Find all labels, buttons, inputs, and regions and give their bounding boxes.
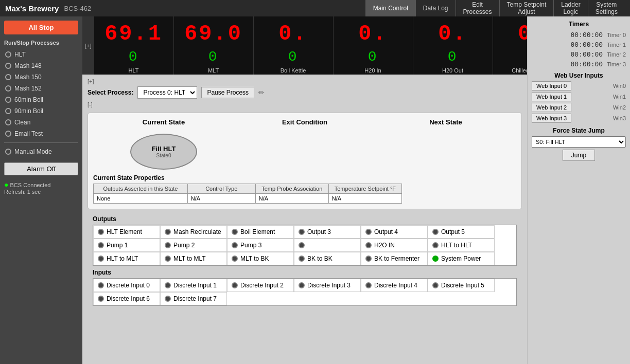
tab-system-settings[interactable]: SystemSettings <box>588 0 625 16</box>
input-4-indicator <box>365 282 372 288</box>
model-label: BCS-462 <box>64 5 365 12</box>
sidebar-item-mash152[interactable]: Mash 152 <box>4 83 78 94</box>
output-hlt-to-mlt: HLT to MLT <box>93 252 160 265</box>
output-system-power: System Power <box>428 252 495 265</box>
header: Max's Brewery BCS-462 Main Control Data … <box>0 0 630 16</box>
select-process-label: Select Process: <box>87 89 133 96</box>
sidebar-item-email-test[interactable]: Email Test <box>4 128 78 139</box>
state-body: Fill HLT State0 <box>93 131 516 172</box>
prop-col2-value: N/A <box>187 194 255 204</box>
properties-table: Outputs Asserted in this State Control T… <box>93 184 402 204</box>
all-stop-button[interactable]: All Stop <box>4 21 78 34</box>
output-empty <box>294 239 361 252</box>
output-empty-indicator <box>299 242 305 248</box>
tab-main-control[interactable]: Main Control <box>365 0 415 16</box>
gauge-mlt-value: 69.0 <box>184 20 242 48</box>
web-input-0-button[interactable]: Web Input 0 <box>532 81 571 90</box>
output-boil-element: Boil Element <box>227 225 294 239</box>
state-diagram: Current State Exit Condition Next State … <box>87 113 522 209</box>
web-input-3-button[interactable]: Web Input 3 <box>532 114 571 123</box>
gauge-chilled-value: 0. <box>518 20 527 48</box>
output-h2o-in-indicator <box>365 242 372 248</box>
gauge-mlt-sub: 0 <box>208 48 219 66</box>
input-1: Discrete Input 1 <box>160 279 227 292</box>
input-2: Discrete Input 2 <box>227 279 294 292</box>
bcs-connected-dot: ● <box>4 180 8 189</box>
input-6-indicator <box>98 296 104 302</box>
prop-col3-header: Temp Probe Association <box>255 184 328 194</box>
prop-col2-header: Control Type <box>187 184 255 194</box>
force-state-title: Force State Jump <box>532 127 626 134</box>
sidebar-item-mash150[interactable]: Mash 150 <box>4 71 78 83</box>
tab-data-log[interactable]: Data Log <box>415 0 456 16</box>
timer-0-value: 00:00:00 <box>571 31 603 39</box>
sidebar-item-clean[interactable]: Clean <box>4 117 78 128</box>
output-5-indicator <box>432 229 439 235</box>
radio-mash150 <box>5 74 11 80</box>
tab-ladder-logic[interactable]: LadderLogic <box>553 0 587 16</box>
sidebar-item-hlt[interactable]: HLT <box>4 49 78 60</box>
timer-3-value: 00:00:00 <box>571 60 603 68</box>
pause-process-button[interactable]: Pause Process <box>201 87 254 98</box>
tab-temp-setpoint[interactable]: Temp SetpointAdjust <box>499 0 554 16</box>
web-input-3-row: Web Input 3 Win3 <box>532 114 626 123</box>
sidebar-divider <box>4 142 78 143</box>
input-7: Discrete Input 7 <box>160 292 227 305</box>
input-2-indicator <box>232 282 238 288</box>
gauge-boil-values: 0. 0 <box>278 20 307 66</box>
gauge-expand-btn2[interactable]: [+] <box>87 78 94 86</box>
gauge-chilled-label: Chilled Wort Out <box>512 67 527 74</box>
gauge-boil-kettle: 0. 0 Boil Kettle <box>254 16 334 75</box>
web-input-2-label: Win2 <box>613 104 626 111</box>
gauge-h20in-values: 0. 0 <box>358 20 387 66</box>
alarm-off-button[interactable]: Alarm Off <box>4 162 78 175</box>
web-input-1-button[interactable]: Web Input 1 <box>532 92 571 101</box>
gauge-h20out-values: 0. 0 <box>438 20 467 66</box>
radio-hlt <box>5 51 11 58</box>
process-select[interactable]: Process 0: HLT <box>137 86 197 99</box>
web-input-2-button[interactable]: Web Input 2 <box>532 103 571 112</box>
timer-1-label: Timer 1 <box>607 42 626 48</box>
web-input-2-row: Web Input 2 Win2 <box>532 103 626 112</box>
timers-title: Timers <box>532 21 626 28</box>
gauge-h20in: 0. 0 H20 In <box>334 16 413 75</box>
next-state-header: Next State <box>375 118 516 126</box>
output-mash-recirc-indicator <box>165 229 171 235</box>
gauges-expand-btn[interactable]: [+] <box>82 16 94 75</box>
collapse-btn[interactable]: [-] <box>87 101 93 110</box>
sidebar-item-manual-mode[interactable]: Manual Mode <box>4 146 78 157</box>
gauge-mlt-values: 69.0 0 <box>184 20 242 66</box>
gauge-hlt-sub: 0 <box>129 48 139 66</box>
sidebar-item-60min-boil[interactable]: 60min Boil <box>4 94 78 105</box>
sidebar-item-mash148[interactable]: Mash 148 <box>4 60 78 71</box>
process-section: [+] Select Process: Process 0: HLT Pause… <box>82 75 527 315</box>
sidebar-item-90min-boil[interactable]: 90min Boil <box>4 105 78 117</box>
gauges-container: 69.1 0 HLT 69.0 0 MLT 0. 0 <box>94 16 527 75</box>
output-mlt-bk-indicator <box>232 256 238 262</box>
force-state-select[interactable]: S0: Fill HLT <box>532 136 626 148</box>
prop-col4-header: Temperature Setpoint °F <box>328 184 401 194</box>
brand-title: Max's Brewery <box>5 4 59 13</box>
inputs-grid: Discrete Input 0 Discrete Input 1 Discre… <box>93 278 517 306</box>
output-mash-recirc: Mash Recirculate <box>160 225 227 239</box>
tab-edit-processes[interactable]: EditProcesses <box>456 0 499 16</box>
output-bk-fermenter-indicator <box>365 256 372 262</box>
inputs-title: Inputs <box>93 269 517 276</box>
prop-col1-header: Outputs Asserted in this State <box>94 184 188 194</box>
gauge-h20out-value: 0. <box>438 20 467 48</box>
properties-row: None N/A N/A N/A <box>94 194 402 204</box>
web-input-0-label: Win0 <box>613 83 626 89</box>
output-pump3: Pump 3 <box>227 239 294 252</box>
gauge-h20in-value: 0. <box>358 20 387 48</box>
properties-title: Current State Properties <box>93 174 516 181</box>
nav-tabs: Main Control Data Log EditProcesses Temp… <box>365 0 625 16</box>
input-0: Discrete Input 0 <box>93 279 160 292</box>
input-5-indicator <box>432 282 439 288</box>
input-4: Discrete Input 4 <box>361 279 428 292</box>
input-7-indicator <box>165 296 171 302</box>
jump-button[interactable]: Jump <box>563 150 595 161</box>
edit-process-icon[interactable]: ✏ <box>258 88 265 97</box>
output-pump1-indicator <box>98 242 104 248</box>
gauge-hlt-values: 69.1 0 <box>104 20 163 66</box>
gauge-boil-value: 0. <box>278 20 307 48</box>
